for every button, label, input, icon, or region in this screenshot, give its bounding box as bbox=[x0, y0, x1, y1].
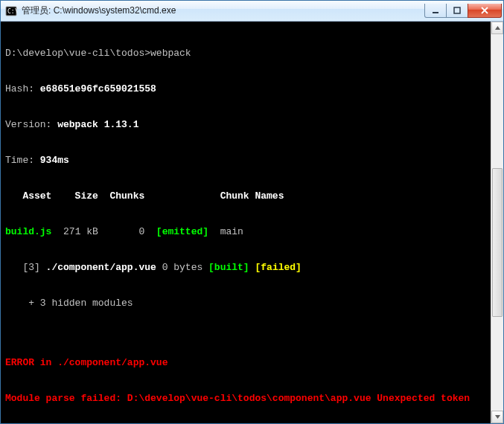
prompt-line: D:\develop\vue-cli\todos>webpack bbox=[5, 48, 502, 60]
titlebar[interactable]: C:\ 管理员: C:\windows\system32\cmd.exe bbox=[1, 1, 503, 22]
maximize-button[interactable] bbox=[446, 4, 468, 18]
svg-rect-3 bbox=[454, 7, 460, 13]
svg-text:C:\: C:\ bbox=[7, 8, 17, 15]
window-controls bbox=[425, 4, 502, 18]
version-line: Version: webpack 1.13.1 bbox=[5, 119, 502, 131]
cmd-window: C:\ 管理员: C:\windows\system32\cmd.exe D:\… bbox=[0, 0, 504, 424]
hash-line: Hash: e68651e96fc659021558 bbox=[5, 83, 502, 95]
minimize-button[interactable] bbox=[424, 4, 447, 18]
table-header: Asset Size Chunks Chunk Names bbox=[5, 190, 502, 202]
asset-row: build.js 271 kB 0 [emitted] main bbox=[5, 226, 502, 238]
svg-rect-2 bbox=[433, 12, 438, 13]
time-line: Time: 934ms bbox=[5, 155, 502, 167]
scroll-up-button[interactable] bbox=[491, 22, 503, 34]
scroll-track[interactable] bbox=[491, 34, 503, 411]
window-title: 管理员: C:\windows\system32\cmd.exe bbox=[22, 4, 425, 17]
error-line: ERROR in ./component/app.vue bbox=[5, 357, 502, 369]
cmd-icon: C:\ bbox=[5, 5, 17, 17]
error-line: Module parse failed: D:\develop\vue-cli\… bbox=[5, 393, 502, 405]
hidden-modules: + 3 hidden modules bbox=[5, 298, 502, 309]
close-button[interactable] bbox=[468, 4, 502, 18]
terminal-output[interactable]: D:\develop\vue-cli\todos>webpack Hash: e… bbox=[1, 22, 503, 423]
scroll-down-button[interactable] bbox=[491, 411, 503, 423]
scrollbar[interactable] bbox=[491, 22, 503, 423]
module-row: [3] ./component/app.vue 0 bytes [built] … bbox=[5, 262, 502, 274]
scroll-thumb[interactable] bbox=[492, 168, 503, 317]
